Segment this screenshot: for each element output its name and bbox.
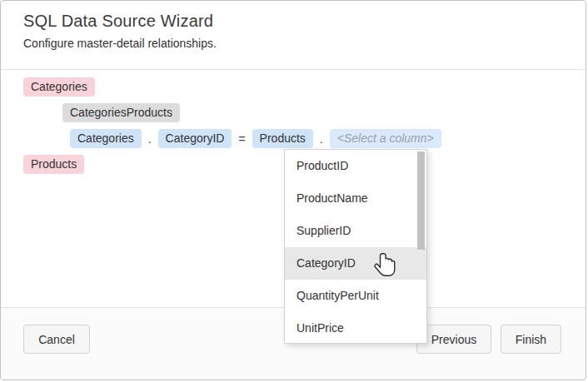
dropdown-item-categoryid[interactable]: CategoryID	[285, 247, 426, 280]
sql-data-source-wizard-dialog: SQL Data Source Wizard Configure master-…	[0, 0, 586, 380]
tree-row-relation: CategoriesProducts	[62, 103, 180, 122]
page-subtitle: Configure master-detail relationships.	[23, 37, 217, 50]
tree-row-detail: Products	[23, 155, 84, 174]
dropdown-item-productname[interactable]: ProductName	[285, 182, 426, 215]
detail-table-badge[interactable]: Products	[23, 155, 84, 174]
column-select-dropdown: ProductID ProductName SupplierID Categor…	[284, 149, 427, 344]
condition-dot-separator-2: .	[320, 132, 323, 146]
page-title: SQL Data Source Wizard	[23, 12, 217, 31]
hand-cursor-icon	[374, 252, 397, 286]
header-divider	[1, 69, 586, 70]
dialog-header: SQL Data Source Wizard Configure master-…	[23, 12, 217, 50]
dropdown-scrollbar-track[interactable]	[416, 151, 426, 342]
condition-left-table-badge[interactable]: Categories	[70, 129, 142, 148]
dropdown-item-supplierid[interactable]: SupplierID	[285, 215, 426, 247]
dropdown-scrollbar-thumb[interactable]	[417, 151, 425, 250]
condition-dot-separator: .	[148, 132, 152, 146]
tree-row-condition: Categories . CategoryID = Products . <Se…	[70, 129, 441, 148]
cancel-button[interactable]: Cancel	[23, 325, 90, 354]
relation-name-badge[interactable]: CategoriesProducts	[62, 103, 180, 122]
tree-row-master: Categories	[23, 77, 95, 97]
previous-button[interactable]: Previous	[416, 325, 491, 354]
condition-left-column-badge[interactable]: CategoryID	[158, 129, 232, 148]
select-column-placeholder-badge[interactable]: <Select a column>	[330, 129, 441, 148]
condition-right-table-badge[interactable]: Products	[252, 129, 313, 148]
dropdown-item-quantityperunit[interactable]: QuantityPerUnit	[285, 280, 426, 312]
finish-button[interactable]: Finish	[501, 325, 561, 354]
dropdown-item-productid[interactable]: ProductID	[285, 150, 426, 182]
condition-equals-sign: =	[238, 132, 245, 146]
master-table-badge[interactable]: Categories	[23, 77, 95, 97]
dropdown-item-unitprice[interactable]: UnitPrice	[285, 312, 426, 345]
